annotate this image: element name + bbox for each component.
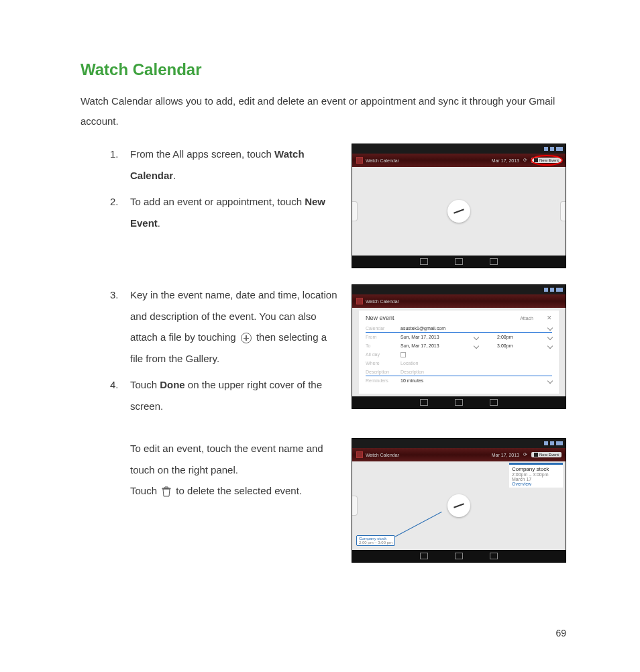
screenshot-calendar-home: Watch Calendar Mar 17, 2013 ⟳ New Event (352, 144, 566, 268)
description-input[interactable]: Description (401, 370, 424, 374)
location-input[interactable]: Location (401, 361, 418, 366)
reminder-select[interactable]: 10 minutes (401, 378, 423, 383)
steps-1-2: 1. From the All apps screen, touch Watch… (81, 144, 338, 239)
step-3: 3. Key in the event name, date and time,… (110, 284, 338, 369)
row-3: To edit an event, touch the event name a… (81, 438, 566, 563)
new-event-button[interactable]: New Event (531, 452, 562, 457)
screenshot-1-container: Watch Calendar Mar 17, 2013 ⟳ New Event (352, 144, 566, 268)
prev-handle[interactable] (352, 496, 358, 516)
steps-3-4: 3. Key in the event name, date and time,… (81, 284, 338, 422)
attach-button[interactable]: Attach (520, 316, 533, 321)
overview-link[interactable]: Overview (512, 482, 560, 486)
row-1: 1. From the All apps screen, touch Watch… (81, 144, 566, 268)
to-date[interactable]: Sun, Mar 17, 2013 (401, 343, 439, 348)
prev-handle[interactable] (352, 201, 358, 221)
edit-note-line2: Touch to delete the selected event. (130, 480, 338, 502)
nav-home-icon[interactable] (455, 258, 463, 265)
refresh-icon[interactable]: ⟳ (523, 158, 527, 163)
plus-circle-icon (241, 333, 252, 343)
event-form: New event Attach ✕ Calendarasustek1@gmai… (359, 311, 559, 394)
page-number: 69 (555, 628, 566, 638)
edit-delete-note: To edit an event, touch the event name a… (81, 438, 338, 502)
section-title: Watch Calendar (81, 60, 566, 79)
screenshot-event-selected: Watch Calendar Mar 17, 2013 ⟳ New Event … (352, 438, 566, 563)
screenshot-new-event-form: Watch Calendar New event Attach ✕ Calend… (352, 284, 566, 409)
watch-face (447, 494, 470, 517)
nav-recent-icon[interactable] (490, 399, 498, 406)
nav-home-icon[interactable] (455, 399, 463, 406)
step-2: 2. To add an event or appointment, touch… (110, 191, 338, 233)
trash-icon (162, 486, 171, 497)
from-date[interactable]: Sun, Mar 17, 2013 (401, 335, 439, 339)
refresh-icon[interactable]: ⟳ (523, 452, 527, 457)
row-2: 3. Key in the event name, date and time,… (81, 284, 566, 422)
to-time[interactable]: 3:00pm (497, 343, 513, 348)
nav-back-icon[interactable] (420, 553, 428, 559)
screenshot-3-container: Watch Calendar Mar 17, 2013 ⟳ New Event … (352, 438, 566, 563)
nav-recent-icon[interactable] (490, 553, 498, 559)
calendar-select[interactable]: asustek1@gmail.com (401, 326, 445, 331)
android-statusbar (352, 144, 566, 154)
next-handle[interactable] (560, 201, 566, 221)
calendar-icon (356, 157, 363, 164)
calendar-icon (356, 298, 363, 304)
calendar-icon (356, 451, 363, 458)
titlebar-date: Mar 17, 2013 (492, 158, 519, 163)
nav-back-icon[interactable] (420, 258, 428, 265)
form-title: New event (366, 315, 394, 321)
nav-home-icon[interactable] (455, 553, 463, 559)
screenshot-2-container: Watch Calendar New event Attach ✕ Calend… (352, 284, 566, 409)
close-icon[interactable]: ✕ (547, 315, 552, 321)
watch-face (447, 200, 470, 223)
android-navbar (352, 256, 566, 268)
document-page: Watch Calendar Watch Calendar allows you… (0, 0, 640, 672)
nav-back-icon[interactable] (420, 399, 428, 406)
intro-paragraph: Watch Calendar allows you to add, edit a… (81, 91, 566, 131)
app-titlebar: Watch Calendar Mar 17, 2013 ⟳ New Event (352, 154, 566, 167)
nav-recent-icon[interactable] (490, 258, 498, 265)
event-detail-panel[interactable]: Company stock 2:00pm – 3:00pm March 17 O… (509, 463, 563, 488)
step-4: 4. Touch Done on the upper right cover o… (110, 374, 338, 416)
event-pointer-line (388, 512, 442, 541)
step-1: 1. From the All apps screen, touch Watch… (110, 144, 338, 186)
event-tag[interactable]: Company stock 2:00 pm – 3:00 pm (356, 535, 395, 546)
allday-checkbox[interactable] (401, 352, 406, 357)
from-time[interactable]: 2:00pm (497, 335, 513, 339)
edit-note-line1: To edit an event, touch the event name a… (130, 438, 338, 480)
new-event-button[interactable]: New Event (531, 158, 562, 163)
